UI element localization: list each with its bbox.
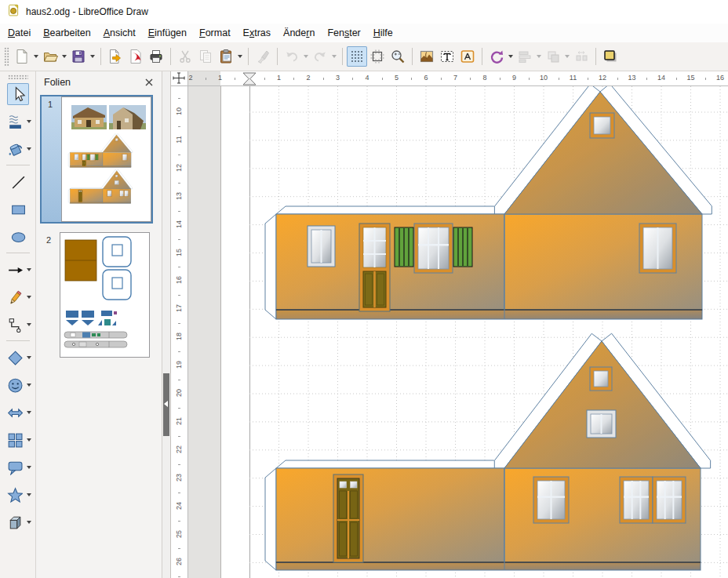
copy-icon: [198, 49, 213, 64]
new-document-button[interactable]: [12, 46, 32, 67]
export-pdf-icon: [128, 49, 144, 64]
save-dropdown-arrow[interactable]: [89, 46, 96, 67]
undo-button[interactable]: [282, 46, 302, 67]
ellipse-button[interactable]: [7, 226, 29, 248]
stars-dropdown-arrow[interactable]: [25, 484, 32, 506]
basic-shapes-dropdown-arrow[interactable]: [25, 347, 32, 369]
paste-dropdown-arrow[interactable]: [236, 46, 244, 67]
lines-and-arrows-dropdown-arrow[interactable]: [25, 259, 32, 281]
save-button[interactable]: [68, 46, 89, 67]
canvas[interactable]: [188, 86, 728, 578]
drawing-page[interactable]: [188, 86, 728, 578]
curve-dropdown-arrow[interactable]: [25, 286, 32, 308]
v-ruler-number: 10: [175, 104, 183, 119]
h-ruler-number: 7: [453, 74, 457, 82]
area-style-button[interactable]: [600, 46, 621, 67]
menu-hilfe[interactable]: Hilfe: [367, 25, 399, 41]
connector-dropdown-arrow[interactable]: [25, 314, 32, 336]
slide-item-1[interactable]: 1: [40, 95, 153, 224]
zoom-button[interactable]: [388, 46, 408, 67]
toolbar-grip[interactable]: [4, 47, 9, 66]
callouts-button[interactable]: [3, 456, 25, 478]
connector-button[interactable]: [3, 314, 25, 336]
toolbar-separator: [100, 48, 101, 65]
align-objects-button[interactable]: [515, 46, 535, 67]
slide-2-thumbnail[interactable]: [60, 233, 149, 357]
splitter-collapse-handle[interactable]: [163, 373, 169, 436]
display-grid-button[interactable]: [347, 46, 367, 67]
align-objects-dropdown-arrow[interactable]: [535, 46, 543, 67]
print-button[interactable]: [146, 46, 166, 67]
menu-einfuegen[interactable]: Einfügen: [142, 25, 193, 41]
fontwork-icon: [460, 49, 475, 64]
line-style-dropdown-arrow[interactable]: [25, 111, 32, 133]
open-button[interactable]: [40, 46, 60, 67]
menu-ansicht[interactable]: Ansicht: [97, 25, 142, 41]
rotate-dropdown-arrow[interactable]: [507, 46, 515, 67]
callouts-dropdown-arrow[interactable]: [25, 456, 32, 478]
stars-button[interactable]: [3, 484, 25, 506]
menu-extras[interactable]: Extras: [237, 25, 277, 41]
redo-dropdown-arrow[interactable]: [330, 46, 338, 67]
ellipse-icon: [9, 228, 26, 245]
h-ruler-tick: [352, 78, 353, 80]
h-ruler-tick: [411, 78, 412, 80]
slide-page-thumbnail[interactable]: [61, 96, 151, 222]
arrange-dropdown-arrow[interactable]: [563, 46, 571, 67]
undo-dropdown-arrow[interactable]: [302, 46, 310, 67]
flowchart-dropdown-arrow[interactable]: [25, 429, 32, 451]
lines-and-arrows-button[interactable]: [3, 259, 25, 281]
horizontal-ruler[interactable]: 2112345678910111213141516: [188, 71, 728, 86]
close-icon[interactable]: [144, 77, 155, 88]
vertical-ruler[interactable]: 1011121314151617181920212223242526: [171, 86, 188, 578]
clone-formatting-button[interactable]: [253, 46, 273, 67]
line-style-button[interactable]: [3, 111, 25, 133]
export-button[interactable]: [105, 46, 126, 67]
helplines-button[interactable]: [367, 46, 388, 67]
basic-shapes-button[interactable]: [3, 347, 25, 369]
insert-text-box-button[interactable]: [437, 46, 457, 67]
3d-objects-dropdown-arrow[interactable]: [25, 511, 32, 533]
slide-page-thumbnail[interactable]: [60, 232, 150, 358]
slide-1-thumbnail[interactable]: [62, 97, 151, 221]
menu-fenster[interactable]: Fenster: [321, 25, 366, 41]
fontwork-button[interactable]: [457, 46, 478, 67]
symbol-shapes-button[interactable]: [3, 374, 25, 396]
select-button[interactable]: [7, 83, 29, 105]
open-dropdown-arrow[interactable]: [60, 46, 68, 67]
export-pdf-button[interactable]: [126, 46, 146, 67]
symbol-shapes-dropdown-arrow[interactable]: [25, 374, 32, 396]
copy-button[interactable]: [195, 46, 216, 67]
ruler-origin-corner[interactable]: [171, 71, 188, 86]
menu-bearbeiten[interactable]: Bearbeiten: [37, 25, 96, 41]
block-arrows-dropdown-arrow[interactable]: [25, 402, 32, 424]
h-ruler-number: 16: [716, 74, 724, 82]
distribute-button[interactable]: [571, 46, 592, 67]
fill-color-button[interactable]: [3, 138, 25, 160]
redo-button[interactable]: [310, 46, 330, 67]
3d-objects-button[interactable]: [3, 511, 25, 533]
rotate-button[interactable]: [486, 46, 507, 67]
menu-aendern[interactable]: Ändern: [277, 25, 321, 41]
paste-button[interactable]: [216, 46, 236, 67]
rectangle-button[interactable]: [7, 198, 29, 220]
panel-splitter[interactable]: [162, 71, 171, 578]
new-document-dropdown-arrow[interactable]: [32, 46, 40, 67]
photo-cottage-side: [109, 105, 146, 129]
insert-line-button[interactable]: [7, 171, 29, 193]
flowchart-button[interactable]: [3, 429, 25, 451]
libreoffice-draw-logo-icon: [7, 4, 20, 17]
menu-format[interactable]: Format: [193, 25, 237, 41]
toolbar-separator: [412, 48, 413, 65]
v-ruler-number: 23: [175, 470, 183, 485]
drawbar-grip[interactable]: [8, 75, 28, 79]
block-arrows-button[interactable]: [3, 402, 25, 424]
slide-item-2[interactable]: 2: [40, 232, 150, 358]
cut-button[interactable]: [175, 46, 195, 67]
fill-color-dropdown-arrow[interactable]: [25, 138, 32, 160]
insert-image-button[interactable]: [417, 46, 437, 67]
arrange-button[interactable]: [543, 46, 563, 67]
ruler-origin-marker[interactable]: [242, 72, 257, 85]
curve-button[interactable]: [3, 286, 25, 308]
menu-datei[interactable]: Datei: [2, 25, 37, 41]
